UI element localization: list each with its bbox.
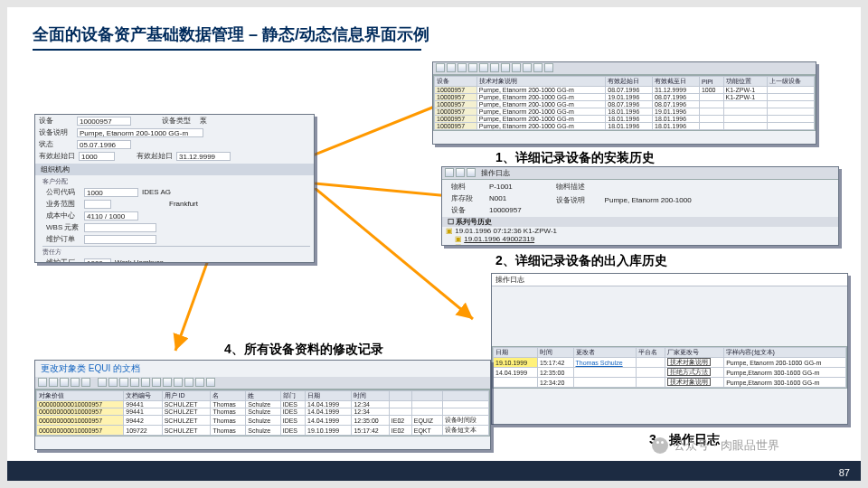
install-history-grid[interactable]: 设备技术对象说明有效起始日有效截至日PlPl功能位置上一级设备10000957P… bbox=[433, 75, 816, 131]
toolbar-b: 操作日志 bbox=[442, 167, 838, 180]
field-equip[interactable]: 10000957 bbox=[77, 117, 131, 126]
tab-org[interactable]: 组织机构 bbox=[35, 164, 314, 175]
doc-title: 更改对象类 EQUI 的文档 bbox=[35, 361, 490, 377]
oplog-grid[interactable]: 日期时间更改者平台名厂家更改号字样内容(短文本)19.10.199915:17:… bbox=[492, 346, 847, 389]
master-panel: 设备10000957设备类型泵 设备说明Pumpe, Etanorm 200-1… bbox=[34, 114, 315, 263]
svg-line-1 bbox=[315, 183, 459, 197]
tree-item[interactable]: ▣ 18.01.1996 49002313 bbox=[442, 243, 838, 246]
page-title: 全面的设备资产基础数据管理 – 静态/动态信息界面示例 bbox=[33, 23, 429, 45]
title-underline bbox=[33, 49, 421, 51]
wechat-icon bbox=[652, 437, 668, 454]
toolbar-d bbox=[35, 377, 490, 389]
svg-line-0 bbox=[306, 100, 450, 158]
toolbar-a bbox=[433, 62, 816, 75]
tree-root[interactable]: ☐ 系列号历史 bbox=[442, 217, 838, 227]
watermark: 公众号・肉眼品世界 bbox=[652, 437, 779, 454]
doc-grid[interactable]: 对象价值文档编号用户 ID名姓部门日期时间0000000000100009579… bbox=[35, 389, 490, 436]
install-history-panel: 设备技术对象说明有效起始日有效截至日PlPl功能位置上一级设备10000957P… bbox=[432, 61, 816, 145]
stock-history-panel: 操作日志 物料P-1001 库存段N001 设备10000957 物料描述 设备… bbox=[441, 166, 839, 246]
label-equip: 设备 bbox=[39, 116, 73, 126]
page-number: 87 bbox=[839, 467, 850, 478]
oplog-panel: 操作日志 日期时间更改者平台名厂家更改号字样内容(短文本)19.10.19991… bbox=[491, 273, 848, 425]
doc-changes-panel: 更改对象类 EQUI 的文档 对象价值文档编号用户 ID名姓部门日期时间0000… bbox=[34, 360, 491, 450]
caption-2: 2、详细记录设备的出入库历史 bbox=[495, 253, 667, 269]
tree-item[interactable]: ▣ 19.01.1996 07:12:36 K1-ZPW-1 bbox=[442, 227, 838, 235]
caption-1: 1、详细记录设备的安装历史 bbox=[495, 150, 655, 166]
caption-4: 4、所有设备资料的修改记录 bbox=[224, 342, 383, 358]
tree-item[interactable]: ▣ 19.01.1996 49002319 bbox=[442, 235, 838, 243]
tool-icon[interactable] bbox=[436, 63, 445, 72]
footer: 87 bbox=[7, 461, 861, 481]
field-desc[interactable]: Pumpe, Etanorm 200-1000 GG-m bbox=[77, 128, 203, 137]
oplog-titlebar: 操作日志 bbox=[492, 274, 847, 286]
label-desc: 设备说明 bbox=[39, 127, 73, 137]
